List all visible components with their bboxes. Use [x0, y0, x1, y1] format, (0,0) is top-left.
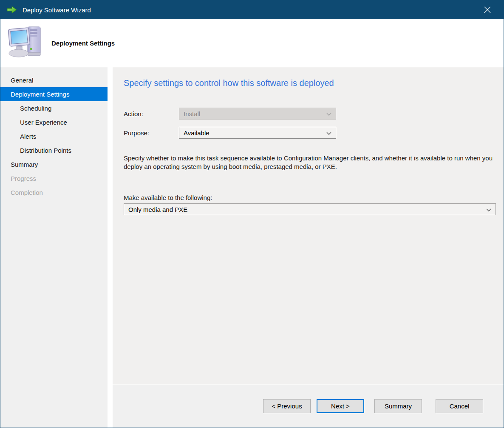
make-available-dropdown[interactable]: Only media and PXE: [124, 203, 496, 215]
chevron-down-icon: [326, 110, 331, 117]
sidebar-item-user-experience[interactable]: User Experience: [0, 115, 108, 129]
sidebar-item-distribution-points[interactable]: Distribution Points: [0, 143, 108, 157]
page-title: Deployment Settings: [51, 40, 115, 47]
wizard-button-bar: < Previous Next > Summary Cancel: [113, 384, 504, 428]
sidebar-item-general[interactable]: General: [0, 73, 108, 87]
previous-button[interactable]: < Previous: [263, 399, 311, 413]
sidebar-item-summary[interactable]: Summary: [0, 157, 108, 171]
make-available-value: Only media and PXE: [128, 206, 187, 213]
content-heading: Specify settings to control how this sof…: [124, 78, 496, 88]
chevron-down-icon: [486, 206, 491, 213]
action-label: Action:: [124, 110, 179, 117]
action-row: Action: Install: [124, 108, 496, 120]
next-button[interactable]: Next >: [317, 399, 364, 413]
wizard-page-header: Deployment Settings: [0, 19, 504, 67]
sidebar-content-divider: [108, 67, 113, 428]
deploy-software-wizard-window: Deploy Software Wizard: [0, 0, 504, 428]
action-dropdown: Install: [179, 108, 336, 120]
sidebar-item-alerts[interactable]: Alerts: [0, 129, 108, 143]
purpose-row: Purpose: Available: [124, 127, 496, 139]
sidebar-item-progress: Progress: [0, 171, 108, 185]
make-available-label: Make available to the following:: [124, 194, 496, 201]
wizard-body: General Deployment Settings Scheduling U…: [0, 67, 504, 428]
title-bar: Deploy Software Wizard: [0, 0, 504, 19]
close-icon[interactable]: [478, 0, 497, 19]
page-content: Specify settings to control how this sof…: [113, 67, 504, 384]
purpose-label: Purpose:: [124, 129, 179, 137]
sidebar-item-scheduling[interactable]: Scheduling: [0, 101, 108, 115]
wizard-steps-sidebar: General Deployment Settings Scheduling U…: [0, 67, 108, 428]
purpose-dropdown[interactable]: Available: [179, 127, 336, 139]
computer-icon: [6, 24, 45, 62]
sidebar-item-deployment-settings[interactable]: Deployment Settings: [0, 87, 108, 101]
summary-button[interactable]: Summary: [374, 399, 422, 413]
window-title: Deploy Software Wizard: [23, 6, 478, 14]
form-rows: Action: Install Purpose: Available: [124, 108, 496, 139]
description-text: Specify whether to make this task sequen…: [124, 154, 496, 171]
green-arrow-icon: [6, 6, 17, 14]
content-column: Specify settings to control how this sof…: [113, 67, 504, 428]
sidebar-item-completion: Completion: [0, 185, 108, 200]
cancel-button[interactable]: Cancel: [436, 399, 483, 413]
purpose-value: Available: [184, 129, 210, 137]
action-value: Install: [184, 110, 200, 117]
chevron-down-icon: [326, 129, 331, 137]
